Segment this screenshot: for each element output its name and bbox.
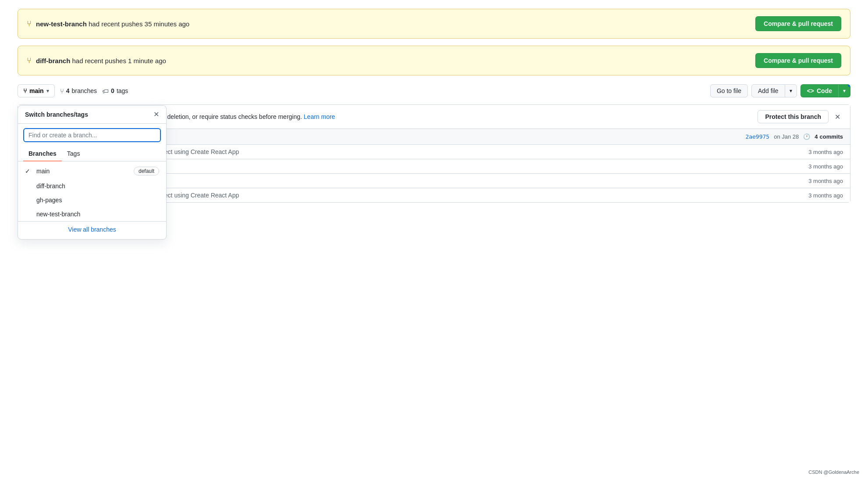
learn-more-link[interactable]: Learn more (304, 113, 335, 120)
banner-text-2: diff-branch had recent pushes 1 minute a… (36, 57, 166, 64)
add-file-button[interactable]: Add file (752, 85, 785, 97)
branch-selector-chevron: ▾ (46, 88, 49, 94)
tags-label: tags (117, 87, 128, 94)
branches-label: branches (71, 87, 97, 94)
branch-name-diff-branch: diff-branch (36, 183, 159, 190)
commits-label: commits (820, 133, 843, 140)
branches-tab[interactable]: Branches (23, 147, 62, 161)
commit-msg-2: finish impl (130, 177, 803, 184)
branch-list: ✓ main default diff-branch gh-pages new-… (18, 161, 166, 239)
code-dropdown-arrow[interactable]: ▾ (839, 85, 850, 97)
branch-icon-1: ⑂ (27, 19, 32, 29)
add-file-dropdown-arrow[interactable]: ▾ (785, 85, 797, 97)
watermark: CSDN @GoldenaArche (808, 469, 859, 475)
compare-pull-request-button-1[interactable]: Compare & pull request (755, 16, 841, 31)
code-split-button: <> Code ▾ (800, 84, 850, 97)
banner-branch-name-1: new-test-branch (36, 20, 87, 28)
banner-branch-name-2: diff-branch (36, 57, 70, 64)
branches-link-icon: ⑂ (60, 87, 64, 95)
protect-this-branch-button[interactable]: Protect this branch (758, 110, 829, 123)
dropdown-search-box (18, 124, 166, 147)
branch-dropdown: Switch branches/tags ✕ Branches Tags ✓ m… (18, 105, 167, 240)
branch-name-main: main (36, 168, 129, 175)
commit-msg-0: Initialize project using Create React Ap… (130, 148, 803, 155)
diff-branch-banner: ⑂ diff-branch had recent pushes 1 minute… (18, 46, 850, 75)
branch-item-main[interactable]: ✓ main default (18, 163, 166, 179)
tags-link-icon: 🏷 (102, 87, 109, 95)
dropdown-title: Switch branches/tags (25, 111, 88, 118)
code-label: Code (817, 87, 832, 94)
file-time-1: 3 months ago (808, 163, 843, 170)
branch-name-gh-pages: gh-pages (36, 197, 159, 204)
file-time-3: 3 months ago (808, 192, 843, 199)
branch-selector-button[interactable]: ⑂ main ▾ (18, 84, 55, 97)
branch-search-input[interactable] (23, 128, 161, 142)
commit-msg-1: finish impl (130, 163, 803, 170)
code-icon: <> (807, 87, 814, 94)
default-badge-main: default (134, 167, 159, 176)
add-file-split-button: Add file ▾ (751, 84, 797, 97)
check-icon-main: ✓ (25, 168, 32, 175)
compare-pull-request-button-2[interactable]: Compare & pull request (755, 53, 841, 68)
banner-message-1: had recent pushes 35 minutes ago (89, 20, 189, 28)
branches-link[interactable]: ⑂ 4 branches (60, 87, 97, 95)
commit-hash[interactable]: 2ae9975 (745, 133, 769, 140)
file-time-2: 3 months ago (808, 178, 843, 184)
dropdown-tabs: Branches Tags (18, 147, 166, 161)
banner-text-1: new-test-branch had recent pushes 35 min… (36, 20, 189, 28)
branch-selector-label: main (29, 87, 44, 94)
code-blue-dot (848, 84, 850, 87)
protect-text-after: eletion, or require status checks before… (171, 113, 304, 120)
protect-banner-close-button[interactable]: ✕ (832, 111, 843, 123)
branch-name-new-test-branch: new-test-branch (36, 211, 159, 218)
branch-icon-2: ⑂ (27, 56, 32, 65)
commits-count: 4 (815, 133, 818, 140)
branch-item-gh-pages[interactable]: gh-pages (18, 193, 166, 207)
go-to-file-button[interactable]: Go to file (710, 84, 748, 97)
branches-count: 4 (66, 87, 70, 94)
new-test-branch-banner: ⑂ new-test-branch had recent pushes 35 m… (18, 9, 850, 39)
banner-left-1: ⑂ new-test-branch had recent pushes 35 m… (27, 19, 189, 29)
branch-item-new-test-branch[interactable]: new-test-branch (18, 207, 166, 221)
tags-count: 0 (111, 87, 114, 94)
file-time-0: 3 months ago (808, 149, 843, 155)
toolbar-right: Go to file Add file ▾ <> Code ▾ (710, 84, 850, 97)
view-all-branches-link[interactable]: View all branches (18, 222, 166, 237)
code-main-button[interactable]: <> Code (801, 85, 839, 97)
clock-icon: 🕐 (803, 133, 810, 140)
branch-item-diff-branch[interactable]: diff-branch (18, 179, 166, 193)
protect-right: Protect this branch ✕ (758, 110, 843, 123)
commit-msg-3: Initialize project using Create React Ap… (130, 192, 803, 199)
page-container: ⑂ new-test-branch had recent pushes 35 m… (0, 0, 868, 480)
commit-date: on Jan 28 (774, 133, 799, 140)
dropdown-close-button[interactable]: ✕ (153, 111, 159, 118)
commits-count-link[interactable]: 4 commits (815, 133, 843, 140)
toolbar: ⑂ main ▾ ⑂ 4 branches 🏷 0 tags Go to fil… (18, 84, 850, 97)
tags-link[interactable]: 🏷 0 tags (102, 87, 128, 95)
branch-selector-icon: ⑂ (23, 87, 27, 94)
dropdown-header: Switch branches/tags ✕ (18, 106, 166, 124)
banner-message-2: had recent pushes 1 minute ago (72, 57, 166, 64)
banner-left-2: ⑂ diff-branch had recent pushes 1 minute… (27, 56, 166, 65)
tags-tab[interactable]: Tags (62, 147, 85, 161)
